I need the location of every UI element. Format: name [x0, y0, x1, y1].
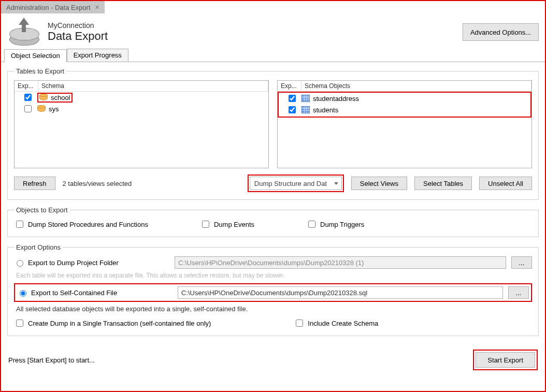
table-icon — [301, 95, 310, 102]
project-folder-hint: Each table will be exported into a separ… — [16, 272, 532, 279]
objects-header-exp: Exp... — [278, 81, 301, 91]
document-tab-bar: Administration - Data Export ✕ — [1, 1, 545, 13]
export-options-group: Export Options Export to Dump Project Fo… — [7, 243, 539, 336]
refresh-button[interactable]: Refresh — [14, 177, 55, 190]
browse-self-contained-button[interactable]: ... — [508, 286, 529, 299]
advanced-options-button[interactable]: Advanced Options... — [463, 23, 539, 41]
select-tables-button[interactable]: Select Tables — [414, 177, 472, 190]
tab-export-progress[interactable]: Export Progress — [67, 49, 128, 62]
schema-header-exp: Exp... — [15, 81, 38, 91]
tab-object-selection[interactable]: Object Selection — [4, 49, 67, 62]
self-contained-path[interactable] — [178, 286, 503, 299]
start-export-button[interactable]: Start Export — [476, 352, 535, 368]
object-label: studentaddress — [313, 95, 359, 103]
page-header: MyConnection Data Export Advanced Option… — [1, 13, 545, 49]
export-project-folder-radio[interactable]: Export to Dump Project Folder — [14, 258, 169, 267]
single-transaction-checkbox[interactable]: Create Dump in a Single Transaction (sel… — [14, 318, 211, 328]
tables-to-export-legend: Tables to Export — [14, 67, 66, 75]
dump-triggers-checkbox[interactable]: Dump Triggers — [306, 219, 364, 229]
schema-checkbox-sys[interactable] — [24, 105, 32, 112]
schema-row-sys[interactable]: sys — [15, 103, 268, 114]
chevron-down-icon — [334, 182, 338, 185]
dump-mode-value: Dump Structure and Dat — [254, 180, 327, 187]
self-contained-desc: All selected database objects will be ex… — [16, 305, 532, 313]
table-icon — [301, 106, 310, 113]
close-icon[interactable]: ✕ — [95, 4, 99, 11]
connection-name: MyConnection — [48, 21, 108, 30]
objects-to-export-legend: Objects to Export — [14, 206, 70, 214]
export-disk-icon — [7, 19, 41, 46]
object-row-studentaddress[interactable]: studentaddress — [279, 93, 530, 104]
page-title: Data Export — [48, 30, 108, 43]
schema-header-schema: Schema — [38, 81, 268, 91]
schema-row-school[interactable]: school — [15, 92, 268, 103]
object-label: students — [313, 106, 338, 114]
dump-events-checkbox[interactable]: Dump Events — [200, 219, 254, 229]
schema-label: school — [51, 94, 70, 101]
select-views-button[interactable]: Select Views — [351, 177, 407, 190]
unselect-all-button[interactable]: Unselect All — [479, 177, 532, 190]
objects-to-export-group: Objects to Export Dump Stored Procedures… — [7, 206, 539, 237]
objects-header-name: Schema Objects — [301, 81, 531, 91]
dump-procedures-checkbox[interactable]: Dump Stored Procedures and Functions — [14, 219, 148, 229]
object-checkbox[interactable] — [289, 106, 296, 113]
database-icon — [39, 94, 48, 101]
dump-mode-dropdown[interactable]: Dump Structure and Dat — [250, 177, 342, 190]
footer: Press [Start Export] to start... Start E… — [1, 342, 545, 375]
schema-checkbox-school[interactable] — [24, 94, 32, 101]
tables-to-export-group: Tables to Export Exp... Schema school — [7, 67, 539, 200]
schema-list[interactable]: Exp... Schema school — [14, 80, 269, 168]
object-row-students[interactable]: students — [279, 104, 530, 115]
document-tab[interactable]: Administration - Data Export ✕ — [1, 1, 105, 13]
document-tab-title: Administration - Data Export — [6, 4, 91, 11]
export-self-contained-radio[interactable]: Export to Self-Contained File — [17, 288, 173, 297]
selection-status: 2 tables/views selected — [63, 180, 132, 187]
object-checkbox[interactable] — [289, 95, 296, 102]
export-options-legend: Export Options — [14, 243, 63, 251]
schema-label: sys — [49, 105, 59, 113]
include-create-schema-checkbox[interactable]: Include Create Schema — [294, 318, 378, 328]
browse-project-folder-button[interactable]: ... — [511, 256, 532, 269]
schema-objects-list[interactable]: Exp... Schema Objects studentaddress — [277, 80, 532, 168]
project-folder-path[interactable] — [175, 256, 506, 269]
footer-hint: Press [Start Export] to start... — [8, 356, 95, 364]
section-tabs: Object Selection Export Progress — [1, 49, 545, 62]
database-icon — [37, 105, 46, 112]
